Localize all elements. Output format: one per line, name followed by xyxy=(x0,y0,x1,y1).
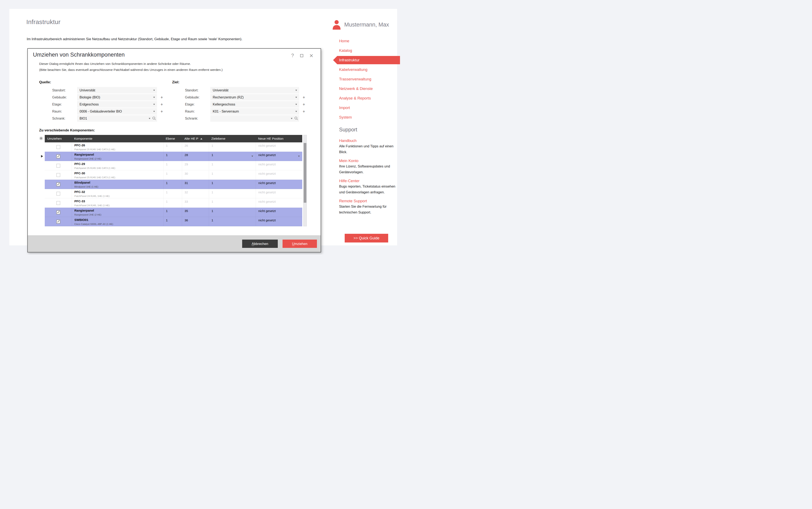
support-description-mein-konto: Ihre Lizenz, Softwareupdates und Gerätev… xyxy=(339,164,397,175)
sidebar-item-netzwerk-dienste[interactable]: Netzwerk & Dienste xyxy=(333,84,400,94)
zielebene-value: 1 xyxy=(212,144,213,147)
row-checkbox[interactable] xyxy=(57,145,60,149)
search-icon[interactable] xyxy=(294,116,298,120)
target-schrank-select[interactable] xyxy=(210,115,299,122)
scrollbar-thumb[interactable] xyxy=(304,143,306,203)
table-row[interactable]: BlindpanelBlindpanel 1HE (1 HE)1311nicht… xyxy=(45,180,302,189)
cell-neue-he: nicht gesetzt xyxy=(256,142,302,151)
page-title: Infrastruktur xyxy=(26,19,61,26)
chevron-down-icon[interactable] xyxy=(153,111,155,112)
column-header-ebene[interactable]: Ebene xyxy=(163,137,182,140)
neue-he-value: nicht gesetzt xyxy=(258,181,276,185)
sidebar-item-katalog[interactable]: Katalog xyxy=(333,46,400,55)
table-row[interactable]: SWBIO01Cisco Catalyst 9300L-48P-4X (1 HE… xyxy=(45,217,302,226)
source-etage-add-button[interactable]: + xyxy=(159,101,164,108)
table-row[interactable]: PFC-29Patchpanel 25 RJ45 1HE CAT3 (1 HE)… xyxy=(45,161,302,170)
chevron-down-icon[interactable] xyxy=(295,111,297,112)
component-name: SWBIO01 xyxy=(74,218,88,222)
row-checkbox[interactable] xyxy=(57,201,60,205)
chevron-down-icon[interactable] xyxy=(153,90,155,91)
target-etage-select[interactable]: Kellergeschoss xyxy=(210,101,299,108)
target-gebaeude-add-button[interactable]: + xyxy=(302,94,306,101)
support-link-mein-konto[interactable]: Mein Konto xyxy=(339,158,397,164)
component-name: PFC-26 xyxy=(74,143,85,147)
zielebene-value: 1 xyxy=(212,200,213,203)
target-raum-value: K01 - Serverraum xyxy=(213,108,239,114)
maximize-icon[interactable] xyxy=(300,54,303,57)
ebene-value: 1 xyxy=(166,191,168,194)
row-checkbox[interactable] xyxy=(57,192,60,196)
chevron-down-icon[interactable] xyxy=(295,104,297,105)
cell-zielebene: 1 xyxy=(209,152,256,161)
column-header-neue-he-position[interactable]: Neue HE Position xyxy=(256,137,302,140)
chevron-down-icon[interactable] xyxy=(149,118,150,119)
target-gebaeude-select[interactable]: Rechenzentrum (RZ) xyxy=(210,94,299,101)
cell-komponente: RangierpanelRangierpanel 2HE (2 HE) xyxy=(72,152,163,161)
source-raum-add-button[interactable]: + xyxy=(159,108,164,114)
table-scrollbar[interactable] xyxy=(303,135,307,226)
chevron-down-icon[interactable] xyxy=(153,97,155,98)
table-row[interactable]: PFC-33PatchPanel 24 RJ45, 1HE (1 HE)1331… xyxy=(45,198,302,208)
target-raum-add-button[interactable]: + xyxy=(302,108,306,114)
source-standort-select[interactable]: Universität xyxy=(77,87,157,94)
row-checkbox[interactable] xyxy=(57,155,60,158)
table-row[interactable]: PFC-32PatchPanel 24 RJ45, 1HE (1 HE)1321… xyxy=(45,189,302,198)
chevron-down-icon[interactable] xyxy=(153,104,155,105)
table-row[interactable]: PFC-30Patchpanel 25 RJ45 1HE CAT3 (1 HE)… xyxy=(45,170,302,180)
neue-he-value: nicht gesetzt xyxy=(258,191,276,194)
gear-icon[interactable] xyxy=(39,137,43,140)
row-checkbox[interactable] xyxy=(57,210,60,214)
column-header-komponente[interactable]: Komponente xyxy=(72,137,163,140)
sidebar-item-import[interactable]: Import xyxy=(333,103,400,112)
chevron-down-icon[interactable] xyxy=(295,90,297,91)
sidebar-item-infrastruktur[interactable]: Infrastruktur xyxy=(333,56,400,64)
alte-he-value: 28 xyxy=(185,153,188,157)
user-chip[interactable]: Mustermann, Max xyxy=(332,20,389,30)
close-icon[interactable]: × xyxy=(309,54,313,58)
source-raum-select[interactable]: 0006 - Gebäudeverteiler BIO xyxy=(77,108,157,114)
support-link-remote-support[interactable]: Remote Support xyxy=(339,198,397,204)
row-checkbox[interactable] xyxy=(57,182,60,186)
column-header-alte-he-p[interactable]: Alte HE P xyxy=(182,137,209,140)
target-standort-select[interactable]: Universität xyxy=(210,87,299,94)
user-name: Mustermann, Max xyxy=(344,22,389,28)
chevron-down-icon[interactable] xyxy=(291,118,293,119)
source-gebaeude-select[interactable]: Biologie (BIO) xyxy=(77,94,157,101)
row-checkbox[interactable] xyxy=(57,164,60,168)
table-row[interactable]: PFC-26Patchpanel 25 RJ45 1HE CAT3 (1 HE)… xyxy=(45,142,302,152)
sidebar-item-analyse-reports[interactable]: Analyse & Reports xyxy=(333,94,400,103)
cell-alte-he: 28 xyxy=(182,152,209,161)
cell-umziehen xyxy=(45,180,72,189)
chevron-down-icon[interactable] xyxy=(295,97,297,98)
sidebar-item-trassenverwaltung[interactable]: Trassenverwaltung xyxy=(333,74,400,84)
row-checkbox[interactable] xyxy=(57,220,60,224)
target-etage-add-button[interactable]: + xyxy=(302,101,306,108)
cell-komponente: RangierpanelRangierpanel 2HE (2 HE) xyxy=(72,208,163,217)
help-icon[interactable]: ? xyxy=(291,53,294,59)
cell-alte-he: 32 xyxy=(182,189,209,198)
source-etage-select[interactable]: Erdgeschoss xyxy=(77,101,157,108)
sidebar-item-kabelverwaltung[interactable]: Kabelverwaltung xyxy=(333,65,400,74)
cell-zielebene: 1 xyxy=(209,208,256,217)
source-gebaeude-add-button[interactable]: + xyxy=(159,94,164,101)
column-header-zielebene[interactable]: Zielebene xyxy=(209,137,256,140)
table-row[interactable]: RangierpanelRangierpanel 2HE (2 HE)1281n… xyxy=(45,152,302,161)
move-button[interactable]: Umziehen xyxy=(283,240,317,248)
cancel-button[interactable]: Abbrechen xyxy=(242,240,278,248)
sidebar-item-system[interactable]: System xyxy=(333,112,400,122)
target-raum-select[interactable]: K01 - Serverraum xyxy=(210,108,299,114)
cell-alte-he: 36 xyxy=(182,217,209,226)
support-link-handbuch[interactable]: Handbuch xyxy=(339,138,397,143)
search-icon[interactable] xyxy=(152,116,156,120)
cell-umziehen xyxy=(45,198,72,207)
table-row[interactable]: RangierpanelRangierpanel 2HE (2 HE)1351n… xyxy=(45,208,302,217)
source-schrank-select[interactable]: BIO1 xyxy=(77,115,157,122)
sidebar-item-home[interactable]: Home xyxy=(333,36,400,46)
support-link-hilfe-center[interactable]: Hilfe-Center xyxy=(339,178,397,183)
source-gebaeude-label: Gebäude: xyxy=(52,94,67,101)
chevron-down-icon[interactable] xyxy=(298,156,300,157)
column-header-umziehen[interactable]: Umziehen xyxy=(45,137,72,140)
chevron-down-icon[interactable] xyxy=(252,156,253,157)
row-checkbox[interactable] xyxy=(57,173,60,177)
quick-guide-button[interactable]: >> Quick Guide xyxy=(345,234,388,242)
